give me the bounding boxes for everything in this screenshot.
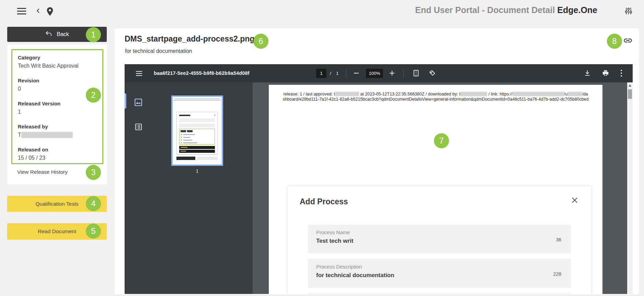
zoom-out-icon[interactable]	[354, 73, 359, 73]
released-info-box: CategoryTech Writ Basic ApprovalRevision…	[11, 49, 103, 164]
field-value: Tech Writ Basic Approval	[18, 62, 99, 69]
sidebar-field: CategoryTech Writ Basic Approval	[18, 54, 99, 69]
active-panel-indicator	[125, 93, 126, 109]
brand-name: Edge.One	[557, 5, 597, 15]
release-metadata-line2: shboard/e29bd111-7a1f-42c1-82a6-b5215bca…	[269, 97, 602, 102]
close-icon	[571, 196, 578, 204]
field-label: Process Name	[316, 229, 561, 235]
pdf-scrollbar[interactable]	[627, 82, 633, 294]
location-pin-icon[interactable]	[46, 7, 54, 18]
redacted-text	[335, 92, 359, 96]
field-value: Test tech writ	[316, 238, 561, 244]
redacted-text	[460, 92, 487, 96]
scrollbar-thumb[interactable]	[628, 89, 632, 99]
fit-to-page-icon[interactable]	[412, 69, 420, 78]
thumbnails-view-icon[interactable]	[134, 98, 143, 108]
embedded-dialog-field: Process Descriptionfor technical documen…	[308, 259, 571, 288]
character-counter: 36	[556, 237, 561, 242]
zoom-in-icon[interactable]	[390, 71, 394, 76]
field-label: Revision	[18, 77, 99, 84]
zoom-level-input[interactable]: 100%	[366, 69, 383, 78]
field-label: Released by	[18, 123, 99, 130]
document-outline-icon[interactable]	[135, 123, 142, 132]
scrollbar-up-arrow[interactable]	[629, 84, 631, 87]
document-info-panel: CategoryTech Writ Basic ApprovalRevision…	[7, 45, 107, 184]
field-label: Released Version	[18, 100, 99, 107]
document-detail-card: DMS_startpage_add-process2.png for techn…	[114, 28, 639, 295]
annotation-badge-3: 3	[86, 165, 101, 180]
page-number-input[interactable]: 1	[316, 69, 326, 78]
annotation-badge-6: 6	[253, 34, 268, 49]
more-options-icon[interactable]	[621, 70, 622, 78]
back-arrow-icon	[45, 31, 53, 38]
sidebar-field: Revision0	[18, 77, 99, 92]
annotation-badge-2: 2	[86, 88, 101, 103]
page-title: End User Portal - Document Detail Edge.O…	[343, 5, 597, 15]
annotation-badge-8: 8	[607, 34, 622, 49]
page-separator: /	[330, 64, 331, 82]
pdf-toolbar: baa6f217-5ee2-4555-b9f8-b62b9a54d08f 1 /…	[125, 64, 633, 82]
download-icon[interactable]	[584, 69, 591, 78]
character-counter: 228	[553, 271, 561, 277]
field-value: T	[18, 131, 99, 138]
field-value: for technical documentation	[316, 272, 561, 279]
view-release-history-link[interactable]: View Release History	[17, 169, 68, 175]
release-metadata-line1: release: 1 / last approved: t at 2023-05…	[269, 92, 602, 97]
annotation-badge-5: 5	[86, 224, 101, 239]
pdf-menu-icon[interactable]	[136, 71, 142, 77]
sidebar-field: Released Version1	[18, 100, 99, 115]
field-label: Category	[18, 54, 99, 61]
annotation-badge-7: 7	[434, 133, 449, 148]
toolbar-divider	[403, 69, 404, 78]
annotation-badge-1: 1	[86, 27, 101, 42]
embedded-dialog-title: Add Process	[300, 197, 348, 206]
print-icon[interactable]	[602, 69, 609, 78]
redacted-text	[21, 132, 73, 138]
field-label: Process Description	[316, 264, 561, 270]
document-title: DMS_startpage_add-process2.png	[125, 34, 254, 44]
toolbar-divider	[346, 69, 346, 78]
sidebar-field: Released byT	[18, 123, 99, 138]
embedded-add-process-dialog: Add Process Process NameTest tech writ36…	[288, 186, 591, 294]
back-chevron-icon[interactable]: ‹	[36, 4, 40, 16]
embedded-dialog-field	[308, 293, 571, 294]
redacted-text	[567, 92, 582, 96]
back-button-label: Back	[57, 31, 69, 37]
sidebar-field: Released on15 / 05 / 23	[18, 146, 99, 161]
thumbnail-mini-dialog	[176, 112, 218, 155]
field-value: 1	[18, 108, 99, 115]
thumbnail-page-number: 1	[171, 168, 223, 174]
document-subtitle: for technical documentation	[125, 48, 192, 54]
rotate-icon[interactable]	[429, 69, 436, 78]
redacted-text	[513, 92, 564, 96]
thumbnail-mini-button	[197, 157, 218, 160]
thumbnail-mini-text	[173, 100, 221, 101]
annotation-badge-4: 4	[86, 196, 101, 211]
page-total: 1	[336, 64, 339, 82]
pdf-viewer: baa6f217-5ee2-4555-b9f8-b62b9a54d08f 1 /…	[125, 64, 633, 294]
copy-link-icon[interactable]	[623, 36, 633, 47]
thumbnail-mini-button	[176, 157, 195, 160]
embedded-dialog-field: Process NameTest tech writ36	[308, 225, 571, 253]
menu-hamburger-icon[interactable]	[17, 8, 26, 15]
pdf-filename: baa6f217-5ee2-4555-b9f8-b62b9a54d08f	[154, 64, 250, 82]
field-label: Released on	[18, 146, 99, 153]
field-value: 15 / 05 / 23	[18, 154, 99, 161]
page-thumbnail[interactable]	[171, 95, 223, 166]
pdf-page: release: 1 / last approved: t at 2023-05…	[269, 85, 602, 294]
filter-sliders-icon[interactable]	[624, 7, 633, 17]
thumbnail-mini-text	[174, 99, 220, 99]
pdf-thumbnail-panel: 1	[125, 82, 253, 294]
